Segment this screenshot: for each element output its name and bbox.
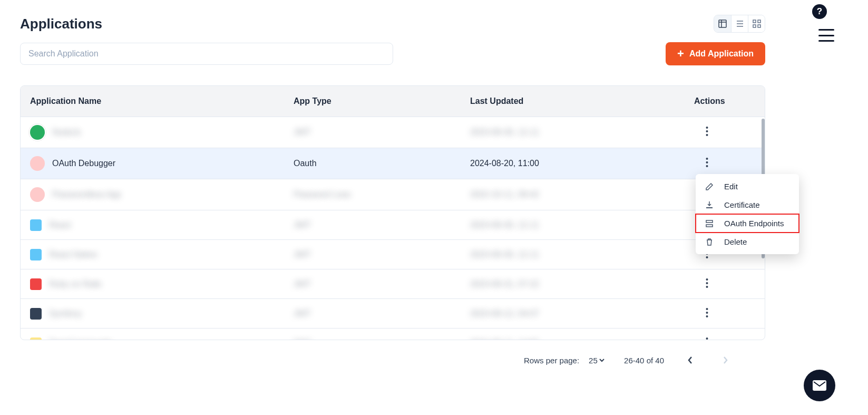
- col-application-name[interactable]: Application Name: [21, 86, 284, 117]
- row-context-menu: Edit Certificate OAuth Endpoints Delete: [696, 174, 799, 254]
- row-actions-button[interactable]: [699, 337, 714, 341]
- kebab-icon: [706, 278, 708, 288]
- app-avatar: [30, 278, 42, 290]
- menu-certificate[interactable]: Certificate: [696, 196, 799, 214]
- svg-point-8: [706, 158, 708, 160]
- svg-point-22: [706, 286, 708, 288]
- mail-icon: [813, 380, 826, 391]
- view-list-button[interactable]: [731, 15, 748, 32]
- svg-point-7: [706, 134, 708, 136]
- last-updated: 2023-08-30, 12.11: [470, 250, 539, 259]
- app-name: React Native: [49, 250, 97, 259]
- app-type: JWT: [294, 128, 311, 137]
- svg-point-9: [706, 161, 708, 163]
- svg-point-25: [706, 315, 708, 317]
- svg-point-19: [706, 256, 708, 258]
- menu-edit-label: Edit: [724, 182, 738, 191]
- prev-page-button[interactable]: [682, 352, 699, 369]
- svg-rect-2: [758, 20, 760, 23]
- contact-button[interactable]: [804, 370, 835, 401]
- app-type: Password Less: [294, 190, 351, 199]
- svg-point-10: [706, 165, 708, 167]
- pagination: Rows per page: 25 26-40 of 40: [20, 340, 765, 369]
- col-last-updated[interactable]: Last Updated: [461, 86, 685, 117]
- app-avatar: [30, 187, 45, 202]
- table-row[interactable]: SymfonyJWT2023-08-12, 04:07: [21, 299, 765, 329]
- menu-edit[interactable]: Edit: [696, 177, 799, 196]
- svg-rect-31: [706, 225, 713, 227]
- svg-rect-4: [758, 25, 760, 27]
- app-avatar: [30, 156, 45, 171]
- app-name: Ruby on Rails: [49, 279, 102, 289]
- hamburger-menu[interactable]: [818, 29, 834, 42]
- rows-per-page-select[interactable]: 25: [587, 355, 606, 365]
- svg-point-5: [706, 127, 708, 129]
- app-name: Symfony: [49, 309, 82, 319]
- app-type: JWT: [294, 309, 311, 318]
- list-view-icon: [736, 20, 744, 28]
- search-input[interactable]: [20, 43, 393, 65]
- svg-rect-30: [706, 220, 713, 223]
- kebab-icon: [706, 157, 708, 168]
- row-actions-button[interactable]: [699, 278, 714, 288]
- page-range: 26-40 of 40: [624, 356, 664, 365]
- view-toggle: [714, 15, 765, 33]
- app-type: SSO: [294, 339, 311, 341]
- app-name: React: [49, 220, 71, 230]
- table-row[interactable]: Passwordless AppPassword Less2022-10-11,…: [21, 179, 765, 210]
- svg-point-26: [706, 337, 708, 340]
- app-avatar: [30, 219, 42, 231]
- kebab-icon: [706, 126, 708, 137]
- app-type: JWT: [294, 250, 311, 259]
- chevron-right-icon: [722, 356, 728, 364]
- table-row[interactable]: OAuth DebuggerOauth2024-08-20, 11:00: [21, 148, 765, 179]
- col-app-type[interactable]: App Type: [284, 86, 461, 117]
- menu-oauth-label: OAuth Endpoints: [724, 219, 784, 228]
- last-updated: 2024-08-11, 14:55: [470, 339, 539, 341]
- app-type: JWT: [294, 279, 311, 288]
- add-application-button[interactable]: + Add Application: [666, 42, 765, 65]
- last-updated: 2022-10-11, 09:42: [470, 190, 539, 199]
- last-updated: 2023-08-30, 12.11: [470, 220, 539, 229]
- help-button[interactable]: ?: [812, 4, 827, 19]
- svg-point-6: [706, 130, 708, 132]
- menu-delete[interactable]: Delete: [696, 233, 799, 251]
- table-row[interactable]: TeamCommunitySSO2024-08-11, 14:55: [21, 329, 765, 341]
- menu-delete-label: Delete: [724, 237, 747, 246]
- svg-rect-1: [753, 20, 756, 23]
- last-updated: 2023-08-31, 07:22: [470, 279, 539, 288]
- table-row[interactable]: NodeJsJWT2023-08-30, 12.11: [21, 117, 765, 148]
- view-table-button[interactable]: [714, 15, 731, 32]
- row-actions-button[interactable]: [699, 157, 714, 168]
- app-type: Oauth: [294, 159, 317, 168]
- download-icon: [705, 201, 714, 209]
- app-name: NodeJs: [52, 128, 81, 137]
- last-updated: 2024-08-20, 11:00: [470, 159, 539, 168]
- col-actions: Actions: [685, 86, 765, 117]
- row-actions-button[interactable]: [699, 126, 714, 137]
- kebab-icon: [706, 337, 708, 341]
- next-page-button[interactable]: [717, 352, 734, 369]
- plus-icon: +: [677, 48, 684, 60]
- applications-table-wrap: Application Name App Type Last Updated A…: [20, 85, 765, 340]
- svg-point-21: [706, 282, 708, 284]
- page-title: Applications: [20, 16, 102, 32]
- app-name: Passwordless App: [52, 190, 121, 199]
- svg-point-24: [706, 312, 708, 314]
- chevron-left-icon: [687, 356, 694, 364]
- kebab-icon: [706, 307, 708, 318]
- app-name: TeamCommunity: [49, 339, 112, 341]
- menu-oauth-endpoints[interactable]: OAuth Endpoints: [696, 214, 799, 233]
- endpoints-icon: [705, 219, 714, 228]
- app-name: OAuth Debugger: [52, 159, 115, 168]
- app-avatar: [30, 125, 45, 140]
- trash-icon: [705, 238, 714, 246]
- table-view-icon: [718, 20, 727, 28]
- view-grid-button[interactable]: [748, 15, 765, 32]
- svg-point-20: [706, 278, 708, 281]
- app-avatar: [30, 249, 42, 260]
- table-row[interactable]: ReactJWT2023-08-30, 12.11: [21, 210, 765, 240]
- row-actions-button[interactable]: [699, 307, 714, 318]
- table-row[interactable]: React NativeJWT2023-08-30, 12.11: [21, 240, 765, 269]
- table-row[interactable]: Ruby on RailsJWT2023-08-31, 07:22: [21, 269, 765, 299]
